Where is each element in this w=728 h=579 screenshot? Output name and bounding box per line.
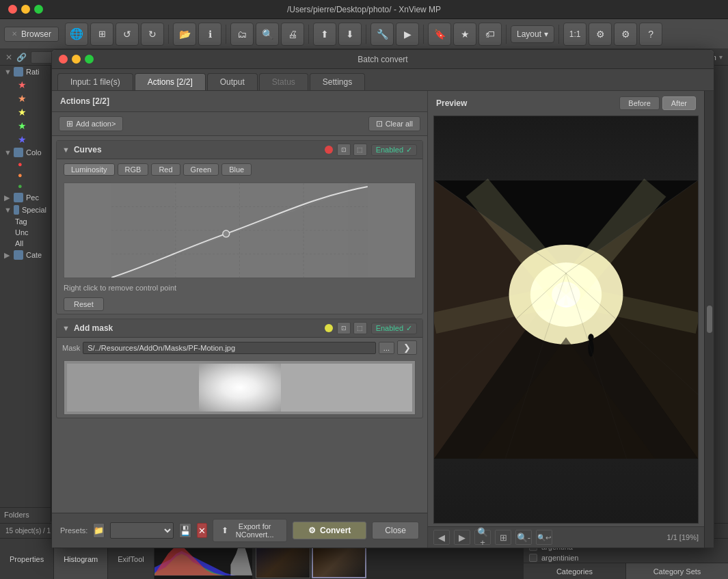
- search-btn[interactable]: 🔍: [256, 23, 279, 46]
- curves-canvas[interactable]: [64, 183, 416, 278]
- export-nconvert-button[interactable]: ⬆ Export for NConvert...: [213, 519, 287, 542]
- bookmark-btn[interactable]: 🔖: [428, 23, 451, 46]
- browser-tab[interactable]: ✕ Browser: [4, 27, 59, 42]
- tree-sub-5[interactable]: ★: [14, 133, 51, 146]
- back-btn[interactable]: ↻: [141, 23, 164, 46]
- import-btn[interactable]: ⬇: [338, 23, 362, 46]
- zoom-in-button[interactable]: 🔍+: [474, 530, 491, 545]
- modal-min-btn[interactable]: [72, 55, 81, 64]
- tab-input[interactable]: Input: 1 file(s): [57, 73, 133, 90]
- mask-path-input[interactable]: [83, 342, 376, 354]
- slideshow-btn[interactable]: ▶: [396, 23, 419, 46]
- mask-collapse-icon[interactable]: ▼: [62, 324, 70, 332]
- modal-close-btn[interactable]: [59, 55, 68, 64]
- tag-btn[interactable]: 🏷: [478, 23, 502, 46]
- checkbox-argentinien[interactable]: [529, 554, 537, 562]
- export-btn[interactable]: ⬆: [313, 23, 336, 46]
- folders-button[interactable]: Folders: [0, 507, 51, 522]
- add-action-button[interactable]: ⊞ Add action>: [59, 116, 123, 131]
- rating-btn[interactable]: ★: [453, 23, 476, 46]
- zoom-out-button[interactable]: 🔍-: [515, 530, 532, 545]
- close-button[interactable]: [8, 5, 17, 14]
- actions-scroll-area[interactable]: ▼ Curves ⊡ ⬚ Enabled ✓: [52, 136, 427, 513]
- tree-unc[interactable]: Unc: [11, 227, 51, 238]
- tree-item-colo[interactable]: ▼ Colo: [0, 146, 51, 159]
- tree-item-pec[interactable]: ▶ Pec: [0, 191, 51, 204]
- tab-settings[interactable]: Settings: [310, 73, 365, 90]
- info-btn[interactable]: ℹ: [198, 23, 221, 46]
- next-image-button[interactable]: ▶: [454, 530, 470, 545]
- tree-item-special[interactable]: ▼ Special: [0, 204, 51, 216]
- minimize-button[interactable]: [21, 5, 30, 14]
- channel-rgb[interactable]: RGB: [118, 163, 149, 176]
- tree-sub-4[interactable]: ★: [14, 119, 51, 133]
- channel-luminosity[interactable]: Luminosity: [64, 163, 115, 176]
- curves-icon-2[interactable]: ⬚: [353, 144, 367, 156]
- color-green[interactable]: ●: [14, 180, 51, 191]
- before-button[interactable]: Before: [619, 96, 659, 110]
- folder-icon-btn[interactable]: 🌐: [65, 23, 88, 46]
- curves-enabled-badge[interactable]: Enabled ✓: [371, 144, 417, 156]
- unc-label: Unc: [15, 228, 29, 237]
- mask-browse-button[interactable]: ...: [379, 342, 394, 354]
- after-button[interactable]: After: [662, 96, 696, 110]
- close-button-footer[interactable]: Close: [372, 522, 419, 539]
- curves-collapse-icon[interactable]: ▼: [62, 146, 70, 154]
- convert-button[interactable]: ⚙ Convert: [293, 522, 366, 539]
- curves-reset-button[interactable]: Reset: [64, 297, 104, 311]
- curves-icon-1[interactable]: ⊡: [337, 144, 351, 156]
- close-tab-icon[interactable]: ✕: [12, 30, 17, 38]
- tools-btn[interactable]: 🔧: [370, 23, 394, 46]
- close-icon[interactable]: ✕: [5, 53, 12, 62]
- label-argentinien: argentinien: [541, 554, 578, 562]
- refresh-btn[interactable]: ↺: [116, 23, 139, 46]
- layout-selector[interactable]: Layout ▾: [511, 25, 554, 43]
- presets-folder-button[interactable]: 📁: [93, 523, 105, 538]
- clear-all-button[interactable]: ⊡ Clear all: [368, 116, 420, 131]
- presets-select[interactable]: [110, 522, 173, 539]
- tree-sub-2[interactable]: ★: [14, 92, 51, 105]
- folder2-btn[interactable]: 🗂: [230, 23, 254, 46]
- print-btn[interactable]: 🖨: [281, 23, 304, 46]
- category-sets-tab[interactable]: Category Sets: [626, 563, 728, 579]
- zoom-btn[interactable]: 1:1: [563, 23, 587, 46]
- categories-tab[interactable]: Categories: [524, 563, 626, 579]
- tree-item-cate[interactable]: ▶ Cate: [0, 249, 51, 261]
- prev-image-button[interactable]: ◀: [433, 530, 450, 545]
- tab-properties[interactable]: Properties: [0, 539, 54, 579]
- fit-button[interactable]: ⊞: [495, 530, 511, 545]
- tree-all[interactable]: All: [11, 238, 51, 249]
- list-item-argentinien[interactable]: argentinien: [529, 552, 723, 563]
- tree-tag[interactable]: Tag: [11, 216, 51, 227]
- help-btn[interactable]: ?: [639, 23, 662, 46]
- zoom-reset-button[interactable]: 🔍↩: [536, 530, 552, 545]
- channel-red[interactable]: Red: [151, 163, 180, 176]
- tree-item-rati[interactable]: ▼ Rati: [0, 66, 51, 78]
- tree-sub-3[interactable]: ★: [14, 105, 51, 119]
- mask-icon-1[interactable]: ⊡: [337, 322, 351, 334]
- maximize-button[interactable]: [34, 5, 43, 14]
- tree-sub-1[interactable]: ★: [14, 78, 51, 92]
- channel-blue[interactable]: Blue: [221, 163, 252, 176]
- color-red[interactable]: ●: [14, 159, 51, 170]
- mask-enabled-badge[interactable]: Enabled ✓: [371, 323, 417, 334]
- mask-icon-2[interactable]: ⬚: [353, 322, 367, 334]
- thumbnail-btn[interactable]: ⊞: [90, 23, 113, 46]
- presets-delete-button[interactable]: ✕: [197, 523, 208, 538]
- mask-nav-button[interactable]: ❯: [397, 340, 417, 355]
- tab-actions[interactable]: Actions [2/2]: [135, 73, 206, 90]
- sep2: [226, 25, 226, 44]
- tab-status[interactable]: Status: [259, 73, 308, 90]
- open-btn[interactable]: 📂: [173, 23, 196, 46]
- export-label: Export for NConvert...: [231, 522, 278, 539]
- channel-green[interactable]: Green: [183, 163, 219, 176]
- presets-save-button[interactable]: 💾: [179, 523, 191, 538]
- tab-output[interactable]: Output: [207, 73, 258, 90]
- all-label: All: [15, 239, 23, 247]
- preview-scrollbar[interactable]: [704, 91, 714, 548]
- color-orange[interactable]: ●: [14, 170, 51, 180]
- settings-btn[interactable]: ⚙: [614, 23, 637, 46]
- sep5: [423, 25, 424, 44]
- modal-max-btn[interactable]: [85, 55, 94, 64]
- filter-btn[interactable]: ⚙: [589, 23, 612, 46]
